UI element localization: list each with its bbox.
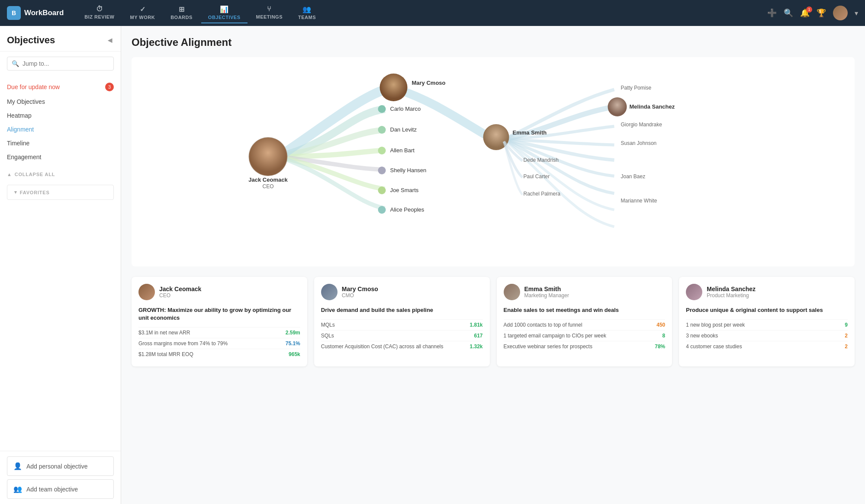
nav-item-objectives[interactable]: 📊OBJECTIVES — [201, 3, 248, 23]
card-role-2: Marketing Manager — [524, 292, 569, 299]
sidebar-item-my-objectives[interactable]: My Objectives — [0, 95, 121, 109]
sidebar-item-engagement[interactable]: Engagement — [0, 150, 121, 164]
objectives-icon: 📊 — [220, 5, 229, 13]
meetings-icon: ⑂ — [267, 5, 272, 13]
top-navigation: B WorkBoard ⏱BIZ REVIEW✓MY WORK⊞BOARDS📊O… — [0, 0, 865, 26]
svg-text:Jack Ceomack: Jack Ceomack — [248, 177, 288, 183]
app-name: WorkBoard — [24, 9, 64, 17]
sidebar-item-heatmap[interactable]: Heatmap — [0, 109, 121, 122]
metric-value-0-1: 75.1% — [286, 340, 300, 347]
my-work-icon: ✓ — [140, 5, 146, 13]
app-layout: Objectives ◄ 🔍 Due for update now3My Obj… — [0, 26, 865, 504]
metric-value-3-2: 2 — [845, 343, 848, 350]
sidebar-item-timeline[interactable]: Timeline — [0, 136, 121, 150]
metric-label-1-1: SQLs — [321, 333, 334, 339]
search-icon[interactable]: 🔍 — [784, 8, 793, 18]
alice-peoples-node[interactable] — [378, 206, 386, 214]
objective-card-3: Melinda Sanchez Product Marketing Produc… — [679, 277, 855, 366]
carlo-marco-node[interactable] — [378, 105, 386, 113]
card-person-3: Melinda Sanchez Product Marketing — [686, 284, 848, 300]
card-name-0: Jack Ceomack — [159, 286, 201, 292]
svg-text:Joan Baez: Joan Baez — [621, 173, 646, 180]
metric-1-2: Customer Acquisition Cost (CAC) across a… — [321, 341, 483, 352]
objective-card-1: Mary Cmoso CMO Drive demand and build th… — [314, 277, 490, 366]
joe-smarts-node[interactable] — [378, 186, 386, 194]
favorites-section[interactable]: ▾ FAVORITES — [7, 185, 114, 200]
chevron-down-icon: ▾ — [14, 189, 17, 195]
svg-text:Rachel Palmera: Rachel Palmera — [524, 191, 561, 197]
shelly-hansen-node[interactable] — [378, 167, 386, 174]
notification-icon[interactable]: 🔔 1 — [800, 8, 810, 18]
metric-label-2-1: 1 targeted email campaign to CIOs per we… — [504, 333, 606, 339]
metric-label-3-2: 4 customer case studies — [686, 343, 742, 350]
allen-bart-node[interactable] — [378, 147, 386, 154]
sidebar-item-alignment[interactable]: Alignment — [0, 122, 121, 136]
add-icon[interactable]: ➕ — [767, 8, 777, 18]
alignment-chart: Jack Ceomack CEO Carlo Marco Dan Levitz … — [132, 57, 855, 266]
svg-point-0 — [249, 138, 287, 176]
metric-label-1-0: MQLs — [321, 322, 335, 328]
biz-review-icon: ⏱ — [96, 5, 103, 13]
meetings-label: MEETINGS — [256, 14, 283, 19]
metric-value-1-2: 1.32k — [469, 343, 482, 350]
add-team-objective-button[interactable]: 👥 Add team objective — [7, 479, 114, 499]
app-logo[interactable]: B WorkBoard — [7, 6, 64, 20]
sidebar-label-alignment: Alignment — [7, 126, 34, 133]
search-box[interactable]: 🔍 — [7, 57, 114, 71]
card-role-0: CEO — [159, 292, 201, 299]
card-objective-3: Produce unique & original content to sup… — [686, 306, 848, 314]
nav-item-boards[interactable]: ⊞BOARDS — [164, 3, 199, 23]
trophy-icon[interactable]: 🏆 — [817, 8, 826, 18]
svg-text:Shelly Hansen: Shelly Hansen — [390, 167, 427, 173]
svg-text:Paul Carter: Paul Carter — [524, 173, 550, 180]
search-icon: 🔍 — [12, 60, 19, 67]
card-person-0: Jack Ceomack CEO — [138, 284, 300, 300]
cards-row: Jack Ceomack CEO GROWTH: Maximize our ab… — [132, 277, 855, 366]
metric-value-3-1: 2 — [845, 333, 848, 339]
collapse-all-section[interactable]: ▲ COLLAPSE ALL — [0, 167, 121, 181]
nav-item-my-work[interactable]: ✓MY WORK — [123, 3, 162, 23]
card-role-1: CMO — [342, 292, 378, 299]
metric-label-2-2: Executive webinar series for prospects — [504, 343, 592, 350]
card-objective-1: Drive demand and build the sales pipelin… — [321, 306, 483, 314]
objective-card-2: Emma Smith Marketing Manager Enable sale… — [497, 277, 672, 366]
search-input[interactable] — [23, 60, 109, 67]
card-avatar-1 — [321, 284, 338, 300]
metric-2-2: Executive webinar series for prospects 7… — [504, 341, 666, 352]
svg-text:Mary Cmoso: Mary Cmoso — [412, 80, 446, 86]
nav-item-biz-review[interactable]: ⏱BIZ REVIEW — [77, 3, 121, 23]
sidebar-title: Objectives — [7, 35, 55, 46]
teams-icon: 👥 — [302, 5, 312, 13]
metric-label-0-1: Gross margins move from 74% to 79% — [138, 340, 228, 347]
metric-1-1: SQLs 617 — [321, 330, 483, 341]
svg-text:Melinda Sanchez: Melinda Sanchez — [630, 103, 675, 110]
metric-label-3-1: 3 new ebooks — [686, 333, 718, 339]
metric-1-0: MQLs 1.81k — [321, 319, 483, 330]
sidebar-label-due-update: Due for update now — [7, 83, 60, 90]
user-menu-chevron[interactable]: ▾ — [855, 9, 858, 17]
metric-0-1: Gross margins move from 74% to 79% 75.1% — [138, 338, 300, 349]
metric-label-0-2: $1.28M total MRR EOQ — [138, 351, 193, 357]
add-personal-label: Add personal objective — [26, 463, 88, 470]
sidebar-item-due-update[interactable]: Due for update now3 — [0, 79, 121, 95]
add-personal-objective-button[interactable]: 👤 Add personal objective — [7, 456, 114, 476]
metric-value-1-1: 617 — [474, 333, 482, 339]
nav-item-meetings[interactable]: ⑂MEETINGS — [249, 3, 289, 23]
badge-due-update: 3 — [105, 83, 114, 91]
svg-text:Emma Smith: Emma Smith — [513, 129, 547, 136]
collapse-all-label: COLLAPSE ALL — [15, 172, 55, 177]
card-name-1: Mary Cmoso — [342, 286, 378, 292]
person-icon: 👤 — [13, 462, 22, 470]
nav-item-teams[interactable]: 👥TEAMS — [291, 3, 323, 23]
user-avatar[interactable] — [833, 6, 848, 20]
melinda-avatar-circle[interactable] — [608, 97, 627, 116]
metric-label-1-2: Customer Acquisition Cost (CAC) across a… — [321, 343, 444, 350]
sidebar-collapse-button[interactable]: ◄ — [106, 36, 114, 45]
mary-avatar-circle[interactable] — [380, 74, 408, 101]
card-objective-2: Enable sales to set meetings and win dea… — [504, 306, 666, 314]
card-name-2: Emma Smith — [524, 286, 569, 292]
sidebar-header: Objectives ◄ — [0, 26, 121, 51]
objective-card-0: Jack Ceomack CEO GROWTH: Maximize our ab… — [132, 277, 307, 366]
dan-levitz-node[interactable] — [378, 126, 386, 134]
nav-items: ⏱BIZ REVIEW✓MY WORK⊞BOARDS📊OBJECTIVES⑂ME… — [77, 3, 767, 23]
